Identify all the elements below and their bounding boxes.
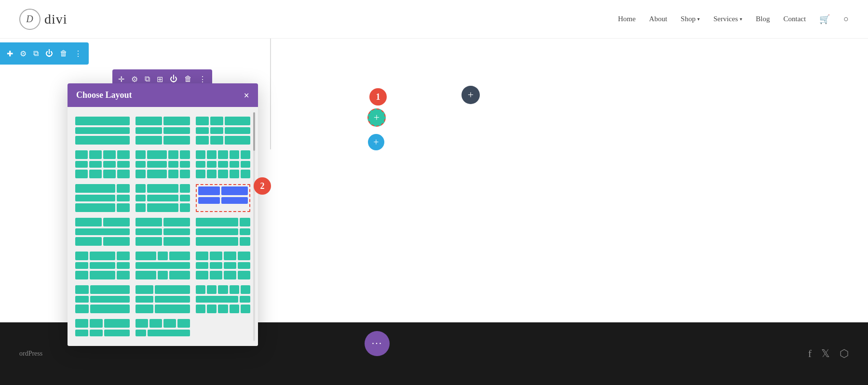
builder-toolbar: ✚ ⚙ ⧉ ⏻ 🗑 ⋮ (0, 42, 89, 65)
footer-social-icons: f 𝕏 ⬡ (808, 347, 849, 360)
services-chevron-icon: ▾ (740, 16, 742, 22)
modal-header: Choose Layout × (68, 83, 258, 107)
purple-dots-button[interactable]: ··· (365, 331, 390, 356)
layout-option-row6-c[interactable] (196, 285, 250, 313)
layout-option-2col-a[interactable] (136, 117, 190, 145)
layout-option-wide-narrow[interactable] (75, 184, 130, 212)
search-icon[interactable]: ○ (843, 14, 849, 24)
row-move-icon[interactable]: ✛ (118, 75, 124, 84)
layout-option-2col-b[interactable] (196, 117, 250, 145)
power-icon[interactable]: ⏻ (45, 49, 53, 58)
header: D divi Home About Shop ▾ Services ▾ Blog… (0, 0, 868, 39)
nav-about[interactable]: About (649, 15, 667, 23)
modal-scrollbar-thumb (253, 112, 255, 151)
layout-option-3col-b[interactable] (136, 150, 190, 178)
row-more-icon[interactable]: ⋮ (199, 75, 206, 84)
choose-layout-modal: Choose Layout × (68, 83, 258, 346)
shop-chevron-icon: ▾ (697, 16, 700, 22)
layout-option-selected[interactable] (196, 184, 250, 212)
layout-option-1col[interactable] (75, 117, 130, 145)
badge-2: 2 (254, 177, 271, 195)
row-trash-icon[interactable]: 🗑 (184, 75, 192, 83)
layout-option-4col[interactable] (196, 150, 250, 178)
modal-title: Choose Layout (76, 90, 132, 100)
modal-close-button[interactable]: × (244, 91, 249, 100)
layout-option-row4-a[interactable] (75, 218, 130, 246)
main-nav: Home About Shop ▾ Services ▾ Blog Contac… (618, 14, 849, 25)
dots-label: ··· (372, 337, 383, 350)
nav-blog[interactable]: Blog (756, 15, 770, 23)
add-column-button[interactable]: + (367, 108, 386, 127)
layout-option-3col-a[interactable] (75, 150, 130, 178)
add-icon[interactable]: ✚ (7, 49, 13, 58)
layout-option-row6-a[interactable] (75, 285, 130, 313)
clone-icon[interactable]: ⧉ (33, 49, 39, 58)
facebook-icon[interactable]: f (808, 347, 812, 360)
more-icon[interactable]: ⋮ (74, 49, 82, 58)
row-power-icon[interactable]: ⏻ (170, 75, 177, 83)
modal-scrollbar[interactable] (253, 112, 255, 341)
nav-shop[interactable]: Shop ▾ (681, 15, 700, 23)
logo[interactable]: D divi (19, 9, 68, 30)
nav-services[interactable]: Services ▾ (713, 15, 742, 23)
layout-option-row7-c (196, 319, 250, 333)
layout-option-narrow-wide[interactable] (136, 184, 190, 212)
badge-1: 1 (369, 88, 387, 106)
twitter-icon[interactable]: 𝕏 (821, 347, 830, 360)
layout-option-row6-b[interactable] (136, 285, 190, 313)
layout-option-row4-b[interactable] (136, 218, 190, 246)
layout-option-row7-b[interactable] (136, 319, 190, 336)
trash-icon[interactable]: 🗑 (60, 49, 68, 58)
nav-contact[interactable]: Contact (783, 15, 806, 23)
settings-icon[interactable]: ⚙ (20, 49, 27, 58)
row-columns-icon[interactable]: ⊞ (157, 75, 163, 84)
add-section-button[interactable]: + (461, 86, 480, 104)
nav-home[interactable]: Home (618, 15, 636, 23)
row-clone-icon[interactable]: ⧉ (145, 75, 150, 83)
footer-text: ordPress (19, 350, 42, 358)
layout-option-row4-c[interactable] (196, 218, 250, 246)
instagram-icon[interactable]: ⬡ (840, 347, 849, 360)
logo-text: divi (44, 12, 68, 27)
modal-body (68, 107, 258, 346)
layout-option-row5-c[interactable] (196, 252, 250, 279)
row-settings-icon[interactable]: ⚙ (131, 75, 138, 84)
layout-option-row5-b[interactable] (136, 252, 190, 279)
add-row-button[interactable]: + (368, 134, 384, 150)
layout-option-row7-a[interactable] (75, 319, 130, 336)
logo-icon: D (19, 9, 41, 30)
cart-icon[interactable]: 🛒 (819, 14, 830, 25)
layout-option-row5-a[interactable] (75, 252, 130, 279)
